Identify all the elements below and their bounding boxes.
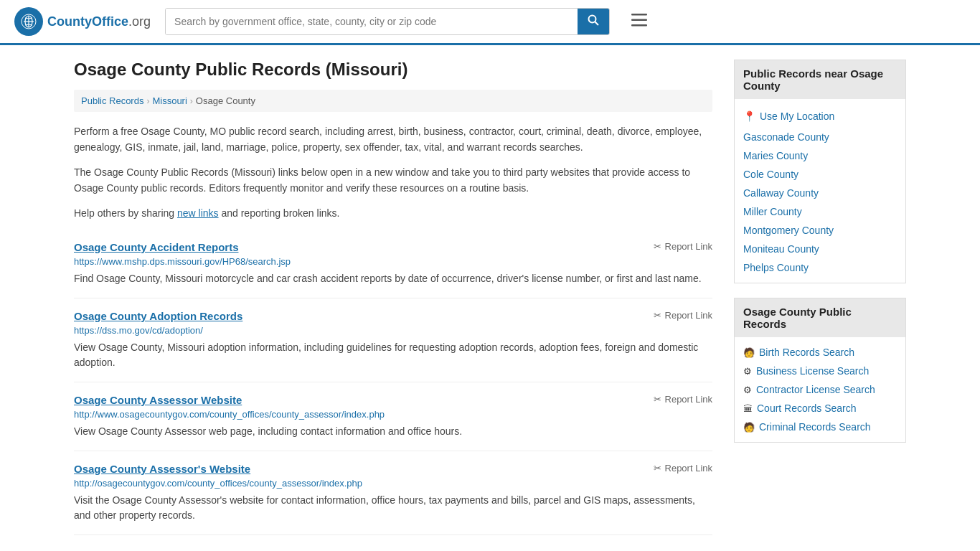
report-link[interactable]: ✂ Report Link: [654, 310, 712, 321]
nearby-list: 📍 Use My Location Gasconade CountyMaries…: [735, 99, 905, 283]
osage-record-link[interactable]: Birth Records Search: [759, 347, 854, 358]
new-links-link[interactable]: new links: [177, 207, 219, 219]
nearby-section-title: Public Records near Osage County: [735, 60, 905, 99]
scissors-icon: ✂: [654, 310, 661, 321]
logo-text: CountyOffice.org: [47, 14, 151, 29]
record-url[interactable]: https://dss.mo.gov/cd/adoption/: [74, 325, 712, 336]
main-content: Osage County Public Records (Missouri) P…: [74, 60, 712, 535]
osage-record-item: 🧑 Criminal Records Search: [735, 418, 905, 436]
osage-records-title: Osage County Public Records: [735, 298, 905, 337]
pin-icon: 📍: [743, 110, 755, 122]
gear-icon: ⚙: [743, 385, 752, 395]
record-item: Osage County Accident Reports ✂ Report L…: [74, 230, 712, 298]
record-header: Osage County Assessor Website ✂ Report L…: [74, 394, 712, 406]
record-title[interactable]: Osage County Adoption Records: [74, 310, 242, 322]
osage-record-link[interactable]: Contractor License Search: [756, 384, 875, 395]
breadcrumb-sep-1: ›: [146, 96, 149, 106]
record-header: Osage County Adoption Records ✂ Report L…: [74, 310, 712, 322]
report-link[interactable]: ✂ Report Link: [654, 394, 712, 405]
nearby-counties-list: Gasconade CountyMaries CountyCole County…: [735, 128, 905, 277]
nearby-county-link[interactable]: Miller County: [743, 206, 802, 217]
use-location-link[interactable]: Use My Location: [760, 110, 834, 122]
nearby-county-link[interactable]: Cole County: [743, 169, 798, 180]
person-icon: 🧑: [743, 347, 755, 358]
osage-record-link[interactable]: Criminal Records Search: [759, 421, 871, 433]
osage-record-item: 🧑 Birth Records Search: [735, 343, 905, 362]
record-title[interactable]: Osage County Assessor's Website: [74, 463, 250, 475]
nearby-county-link[interactable]: Phelps County: [743, 262, 809, 273]
record-item: Osage County Assessor Website ✂ Report L…: [74, 382, 712, 451]
person-icon: 🧑: [743, 422, 755, 433]
intro-paragraph-2: The Osage County Public Records (Missour…: [74, 164, 712, 197]
record-url[interactable]: http://www.osagecountygov.com/county_off…: [74, 409, 712, 420]
search-button[interactable]: [578, 9, 609, 34]
report-link[interactable]: ✂ Report Link: [654, 463, 712, 474]
record-title[interactable]: Osage County Assessor Website: [74, 394, 242, 406]
main-container: Osage County Public Records (Missouri) P…: [60, 45, 920, 550]
report-link-label: Report Link: [665, 241, 712, 252]
osage-record-item: ⚙ Contractor License Search: [735, 380, 905, 399]
report-link[interactable]: ✂ Report Link: [654, 241, 712, 252]
nearby-county-item: Phelps County: [735, 258, 905, 277]
site-logo[interactable]: CountyOffice.org: [14, 7, 151, 36]
osage-links-container: 🧑 Birth Records Search ⚙ Business Licens…: [735, 343, 905, 436]
report-link-label: Report Link: [665, 463, 712, 474]
intro-paragraph-3: Help others by sharing new links and rep…: [74, 205, 712, 221]
nearby-county-link[interactable]: Gasconade County: [743, 131, 829, 143]
nearby-county-item: Montgomery County: [735, 221, 905, 240]
svg-rect-6: [631, 14, 647, 16]
svg-rect-8: [631, 24, 647, 27]
osage-record-link[interactable]: Business License Search: [756, 365, 869, 377]
nearby-county-link[interactable]: Montgomery County: [743, 225, 834, 236]
svg-point-4: [589, 16, 596, 23]
nearby-county-item: Miller County: [735, 202, 905, 221]
breadcrumb-sep-2: ›: [190, 96, 193, 106]
building-icon: 🏛: [743, 403, 753, 414]
record-url[interactable]: http://osagecountygov.com/county_offices…: [74, 478, 712, 489]
osage-record-item: ⚙ Business License Search: [735, 362, 905, 380]
logo-icon: [14, 7, 43, 36]
record-title[interactable]: Osage County Accident Reports: [74, 241, 238, 253]
record-desc: View Osage County, Missouri adoption inf…: [74, 340, 712, 370]
breadcrumb-missouri[interactable]: Missouri: [152, 95, 187, 106]
osage-record-item: 🏛 Court Records Search: [735, 399, 905, 418]
gear-icon: ⚙: [743, 366, 752, 377]
svg-line-5: [595, 22, 599, 26]
sidebar: Public Records near Osage County 📍 Use M…: [734, 60, 906, 535]
site-header: CountyOffice.org: [0, 0, 980, 45]
record-desc: View Osage County Assessor web page, inc…: [74, 424, 712, 439]
nearby-county-link[interactable]: Callaway County: [743, 187, 819, 199]
nearby-county-item: Cole County: [735, 165, 905, 184]
search-input[interactable]: [166, 9, 578, 34]
breadcrumb-osage: Osage County: [196, 95, 255, 106]
breadcrumb-public-records[interactable]: Public Records: [81, 95, 143, 106]
osage-records-list: 🧑 Birth Records Search ⚙ Business Licens…: [735, 337, 905, 442]
intro-paragraph-1: Perform a free Osage County, MO public r…: [74, 123, 712, 156]
nearby-county-item: Callaway County: [735, 184, 905, 202]
nearby-county-link[interactable]: Maries County: [743, 150, 808, 161]
nearby-county-item: Gasconade County: [735, 128, 905, 146]
osage-records-section: Osage County Public Records 🧑 Birth Reco…: [734, 298, 906, 443]
hamburger-menu[interactable]: [631, 12, 647, 31]
nearby-county-link[interactable]: Moniteau County: [743, 243, 819, 255]
breadcrumb: Public Records › Missouri › Osage County: [74, 90, 712, 112]
record-header: Osage County Accident Reports ✂ Report L…: [74, 241, 712, 253]
record-header: Osage County Assessor's Website ✂ Report…: [74, 463, 712, 475]
nearby-county-item: Maries County: [735, 146, 905, 165]
report-link-label: Report Link: [665, 310, 712, 321]
record-url[interactable]: https://www.mshp.dps.missouri.gov/HP68/s…: [74, 256, 712, 267]
nearby-county-item: Moniteau County: [735, 240, 905, 258]
svg-rect-7: [631, 19, 647, 22]
osage-record-link[interactable]: Court Records Search: [757, 402, 857, 414]
scissors-icon: ✂: [654, 241, 661, 252]
use-location-item[interactable]: 📍 Use My Location: [735, 105, 905, 128]
page-title: Osage County Public Records (Missouri): [74, 60, 712, 80]
report-link-label: Report Link: [665, 394, 712, 405]
record-desc: Visit the Osage County Assessor's websit…: [74, 493, 712, 523]
record-list: Osage County Accident Reports ✂ Report L…: [74, 230, 712, 535]
record-desc: Find Osage County, Missouri motorcycle a…: [74, 271, 712, 286]
scissors-icon: ✂: [654, 394, 661, 405]
record-item: Osage County Assessor's Website ✂ Report…: [74, 451, 712, 535]
scissors-icon: ✂: [654, 463, 661, 474]
search-bar: [165, 8, 610, 35]
